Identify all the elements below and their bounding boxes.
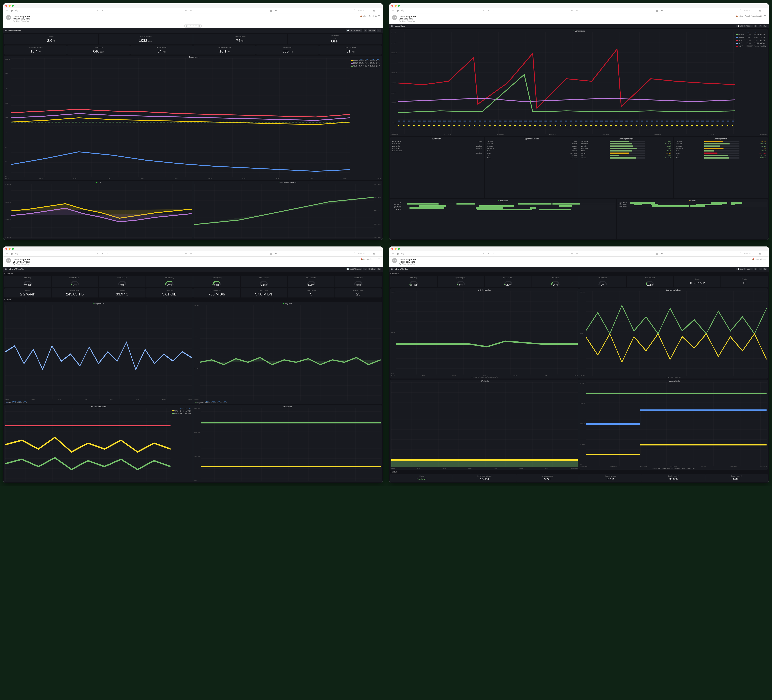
close-icon[interactable] xyxy=(5,5,7,7)
zoom-icon[interactable] xyxy=(398,248,400,250)
mute-icon[interactable]: ✉ xyxy=(190,252,193,255)
minimize-icon[interactable] xyxy=(8,5,11,7)
time-range-button[interactable]: 🕘 Last 24 hours ▾ xyxy=(736,268,752,270)
print-icon[interactable]: ⎙ xyxy=(759,10,761,12)
panel-temperatures-title: ♥Temperatures xyxy=(5,303,191,304)
breadcrumb[interactable]: Home / Casa xyxy=(394,25,405,27)
calendar-icon[interactable]: ▦ xyxy=(270,10,272,12)
memory-legend: — RAM Total— RAM Used— RAM Cache + Buffe… xyxy=(581,468,767,469)
grid-icon[interactable]: ▦ xyxy=(391,25,393,27)
monitor-icon[interactable]: 🖵 xyxy=(377,268,381,270)
zoom-icon[interactable] xyxy=(12,248,14,250)
zoom-out-icon[interactable]: ⊖ xyxy=(754,268,757,270)
junk-icon[interactable]: ⃠ xyxy=(402,252,404,255)
reply-icon[interactable]: ↩ xyxy=(481,252,484,255)
trash-icon[interactable]: 🗑 xyxy=(11,10,13,12)
archive-icon[interactable]: ▭ xyxy=(6,10,8,12)
time-range-button[interactable]: 🕘 Last 24 hours ▾ xyxy=(346,29,362,32)
flag-icon[interactable]: ⚑▾ xyxy=(275,252,277,255)
junk-icon[interactable]: ⃠ xyxy=(16,10,18,12)
mark-read-icon[interactable]: ✉ xyxy=(185,252,188,255)
monitor-icon[interactable]: 🖵 xyxy=(763,25,767,27)
breadcrumb[interactable]: Home / Netatmo xyxy=(8,29,21,31)
reply-icon[interactable]: ↩ xyxy=(95,252,98,255)
calendar-icon[interactable]: ▦ xyxy=(656,10,658,12)
flag-icon[interactable]: ⚑▾ xyxy=(275,10,277,12)
reply-icon[interactable]: ↩ xyxy=(95,10,98,12)
print-icon[interactable]: ⎙ xyxy=(373,10,375,12)
grid-icon[interactable]: ▦ xyxy=(391,268,393,270)
section-overview[interactable]: ▾ Overview xyxy=(4,273,382,275)
quick-actions[interactable]: 🗑 ↩ ↩ ↪ ▦ xyxy=(185,25,202,28)
calendar-icon[interactable]: ▦ xyxy=(656,252,658,255)
forward-icon[interactable]: ↪ xyxy=(491,252,494,255)
reply-all-icon[interactable]: ↩ xyxy=(486,10,489,12)
refresh-button[interactable]: ⟳ xyxy=(759,25,762,27)
move-to-button[interactable]: Move to… xyxy=(740,252,756,255)
breadcrumb[interactable]: Network / OpenWrt xyxy=(8,268,23,270)
monitor-icon[interactable]: 🖵 xyxy=(763,268,767,270)
trash-icon[interactable]: 🗑 xyxy=(11,252,13,255)
forward-icon[interactable]: ↪ xyxy=(491,10,494,12)
time-range-button[interactable]: 🕘 Last 24 hours ▾ xyxy=(346,268,362,270)
print-icon[interactable]: ⎙ xyxy=(759,252,761,255)
mute-icon[interactable]: ✉ xyxy=(190,10,193,12)
table-row: TV12.2 Wh xyxy=(581,155,672,157)
mark-read-icon[interactable]: ✉ xyxy=(185,10,188,12)
move-to-button[interactable]: Move to… xyxy=(740,9,756,12)
share-icon[interactable]: ⇪ xyxy=(378,252,380,255)
gauge-chart: 2.79% xyxy=(409,280,418,285)
grid-icon[interactable]: ▦ xyxy=(5,268,7,270)
archive-icon[interactable]: ▭ xyxy=(392,252,394,255)
grid-icon[interactable]: ▦ xyxy=(5,29,7,31)
close-icon[interactable] xyxy=(5,248,7,250)
minimize-icon[interactable] xyxy=(394,248,397,250)
close-icon[interactable] xyxy=(391,5,393,7)
share-icon[interactable]: ⇪ xyxy=(378,10,380,12)
reply-all-icon[interactable]: ↩ xyxy=(100,252,103,255)
flag-icon[interactable]: ⚑▾ xyxy=(661,252,663,255)
reply-all-icon[interactable]: ↩ xyxy=(100,10,103,12)
print-icon[interactable]: ⎙ xyxy=(373,252,375,255)
reply-icon[interactable]: ↩ xyxy=(481,10,484,12)
archive-icon[interactable]: ▭ xyxy=(6,252,8,255)
mail-time: 06:35 xyxy=(375,15,380,17)
forward-icon[interactable]: ↪ xyxy=(105,252,108,255)
section-hardware[interactable]: ▾ Hardware xyxy=(390,273,768,275)
zoom-icon[interactable] xyxy=(12,5,14,7)
move-to-button[interactable]: Move to… xyxy=(354,252,370,255)
subject: Pi-Hole daily stats xyxy=(399,261,751,263)
share-icon[interactable]: ⇪ xyxy=(764,10,766,12)
calendar-icon[interactable]: ▦ xyxy=(270,252,272,255)
close-icon[interactable] xyxy=(391,248,393,250)
reply-all-icon[interactable]: ↩ xyxy=(486,252,489,255)
forward-icon[interactable]: ↪ xyxy=(105,10,108,12)
zoom-out-icon[interactable]: ⊖ xyxy=(363,268,367,270)
section-system[interactable]: ▾ System xyxy=(4,298,382,301)
mark-read-icon[interactable]: ✉ xyxy=(571,252,574,255)
zoom-icon[interactable] xyxy=(398,5,400,7)
monitor-icon[interactable]: 🖵 xyxy=(377,29,381,32)
time-range-button[interactable]: 🕘 Last 24 hours ▾ xyxy=(736,25,752,27)
trash-icon[interactable]: 🗑 xyxy=(397,10,399,12)
minimize-icon[interactable] xyxy=(394,5,397,7)
mute-icon[interactable]: ✉ xyxy=(576,10,579,12)
archive-icon[interactable]: ▭ xyxy=(392,10,394,12)
minimize-icon[interactable] xyxy=(8,248,11,250)
junk-icon[interactable]: ⃠ xyxy=(16,252,18,255)
mute-icon[interactable]: ✉ xyxy=(576,252,579,255)
table-row: iPhone1.40 hour xyxy=(486,157,577,159)
refresh-button[interactable]: ⟳ 1m ▾ xyxy=(368,29,376,32)
zoom-out-icon[interactable]: ⊖ xyxy=(754,25,757,27)
section-software[interactable]: ▾ Software xyxy=(390,471,768,473)
share-icon[interactable]: ⇪ xyxy=(764,252,766,255)
junk-icon[interactable]: ⃠ xyxy=(402,10,404,12)
trash-icon[interactable]: 🗑 xyxy=(397,252,399,255)
refresh-button[interactable]: ⟳ 30s ▾ xyxy=(368,268,376,270)
flag-icon[interactable]: ⚑▾ xyxy=(661,10,663,12)
breadcrumb[interactable]: Network / Pi-Hole xyxy=(394,268,408,270)
refresh-button[interactable]: ⟳ xyxy=(759,268,762,270)
mark-read-icon[interactable]: ✉ xyxy=(571,10,574,12)
zoom-out-icon[interactable]: ⊖ xyxy=(364,29,367,32)
move-to-button[interactable]: Move to… xyxy=(354,9,370,12)
